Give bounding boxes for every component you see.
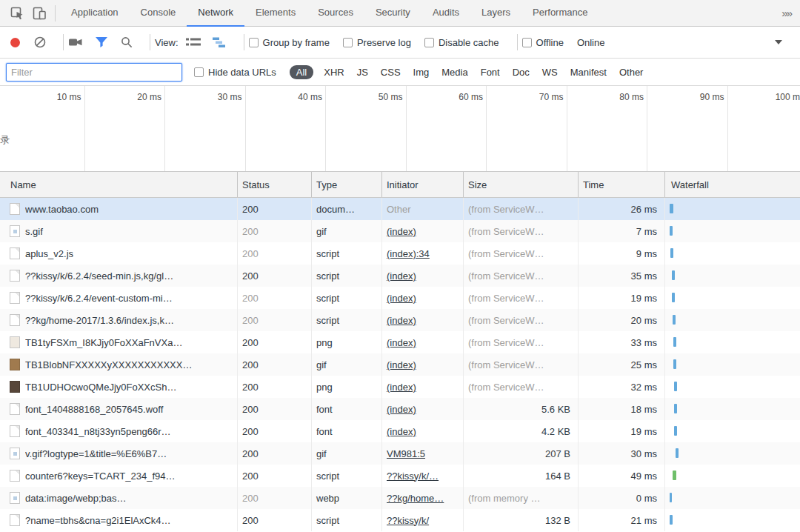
filter-pill-other[interactable]: Other bbox=[619, 67, 644, 78]
request-name: ?name=tbhs&cna=g2i1ElAxCk4… bbox=[25, 515, 237, 526]
request-initiator[interactable]: VM981:5 bbox=[382, 442, 464, 465]
request-name: v.gif?logtype=1&title=%E6%B7… bbox=[25, 448, 237, 459]
request-initiator[interactable]: Other bbox=[382, 198, 464, 220]
filter-pill-img[interactable]: Img bbox=[413, 67, 430, 78]
request-initiator[interactable]: (index) bbox=[382, 353, 464, 376]
request-waterfall bbox=[665, 331, 800, 353]
table-row[interactable]: www.taobao.com 200 docum… Other (from Se… bbox=[0, 198, 800, 220]
table-row[interactable]: TB1tyFSXm_I8KJjy0FoXXaFnVXa… 200 png (in… bbox=[0, 331, 800, 353]
request-initiator[interactable]: (index) bbox=[382, 376, 464, 398]
request-time: 26 ms bbox=[579, 198, 665, 220]
request-time: 49 ms bbox=[579, 465, 665, 487]
column-header-type[interactable]: Type bbox=[312, 172, 382, 197]
request-initiator[interactable]: ??kg/home… bbox=[382, 487, 464, 509]
tab-sources[interactable]: Sources bbox=[307, 0, 364, 27]
timeline-overview[interactable]: 10 ms20 ms30 ms40 ms50 ms60 ms70 ms80 ms… bbox=[0, 86, 800, 172]
request-initiator[interactable]: (index) bbox=[382, 309, 464, 331]
tab-application[interactable]: Application bbox=[60, 0, 130, 27]
table-row[interactable]: ??kg/home-2017/1.3.6/index.js,k… 200 scr… bbox=[0, 309, 800, 331]
column-header-time[interactable]: Time bbox=[579, 172, 665, 197]
waterfall-bar bbox=[670, 204, 673, 213]
table-row[interactable]: data:image/webp;bas… 200 webp ??kg/home…… bbox=[0, 487, 800, 509]
request-initiator[interactable]: (index) bbox=[382, 398, 464, 420]
request-waterfall bbox=[665, 242, 800, 265]
throttling-select[interactable]: Online bbox=[577, 37, 605, 48]
tab-audits[interactable]: Audits bbox=[421, 0, 470, 27]
request-name: font_1404888168_2057645.woff bbox=[25, 404, 237, 415]
tab-elements[interactable]: Elements bbox=[244, 0, 307, 27]
request-initiator[interactable]: (index):34 bbox=[382, 242, 464, 265]
request-initiator[interactable]: ??kissy/k/ bbox=[382, 509, 464, 531]
request-initiator[interactable]: (index) bbox=[382, 420, 464, 442]
more-tabs-button[interactable]: »» bbox=[781, 7, 791, 19]
inspect-element-icon[interactable] bbox=[6, 3, 28, 24]
table-row[interactable]: counter6?keys=TCART_234_f94… 200 script … bbox=[0, 465, 800, 487]
timeline-gridline: 90 ms bbox=[647, 86, 728, 171]
request-time: 19 ms bbox=[579, 287, 665, 309]
filter-pill-all[interactable]: All bbox=[290, 65, 313, 79]
request-waterfall bbox=[665, 220, 800, 242]
table-row[interactable]: font_403341_n8tj33yn5peng66r… 200 font (… bbox=[0, 420, 800, 442]
request-initiator[interactable]: (index) bbox=[382, 287, 464, 309]
preserve-log-checkbox[interactable]: Preserve log bbox=[343, 37, 411, 48]
request-initiator[interactable]: ??kissy/k/… bbox=[382, 465, 464, 487]
column-header-waterfall[interactable]: Waterfall bbox=[665, 172, 800, 197]
timeline-label: 60 ms bbox=[407, 86, 487, 102]
timeline-gridline: 50 ms bbox=[326, 86, 407, 171]
request-initiator[interactable]: (index) bbox=[382, 220, 464, 242]
column-header-status[interactable]: Status bbox=[238, 172, 312, 197]
filter-pill-ws[interactable]: WS bbox=[542, 67, 558, 78]
request-initiator[interactable]: (index) bbox=[382, 265, 464, 287]
request-time: 32 ms bbox=[579, 376, 665, 398]
view-small-rows-icon[interactable] bbox=[186, 37, 201, 47]
tab-network[interactable]: Network bbox=[187, 0, 244, 27]
timeline-label: 80 ms bbox=[567, 86, 647, 102]
search-icon[interactable] bbox=[120, 36, 133, 49]
table-row[interactable]: TB1BlobNFXXXXXyXXXXXXXXXXX… 200 gif (ind… bbox=[0, 353, 800, 376]
request-status: 200 bbox=[238, 465, 312, 487]
device-toolbar-icon[interactable] bbox=[28, 3, 50, 24]
filter-pill-xhr[interactable]: XHR bbox=[324, 67, 344, 78]
table-row[interactable]: font_1404888168_2057645.woff 200 font (i… bbox=[0, 398, 800, 420]
clear-button[interactable] bbox=[33, 36, 47, 49]
table-row[interactable]: ??kissy/k/6.2.4/seed-min.js,kg/gl… 200 s… bbox=[0, 265, 800, 287]
table-row[interactable]: ?name=tbhs&cna=g2i1ElAxCk4… 200 script ?… bbox=[0, 509, 800, 531]
table-row[interactable]: v.gif?logtype=1&title=%E6%B7… 200 gif VM… bbox=[0, 442, 800, 465]
filter-pill-js[interactable]: JS bbox=[357, 67, 368, 78]
filter-pill-font[interactable]: Font bbox=[481, 67, 500, 78]
filter-funnel-icon[interactable] bbox=[95, 36, 108, 48]
offline-checkbox[interactable]: Offline bbox=[522, 37, 564, 48]
group-by-frame-checkbox[interactable]: Group by frame bbox=[249, 37, 330, 48]
filter-pill-css[interactable]: CSS bbox=[381, 67, 401, 78]
tab-layers[interactable]: Layers bbox=[470, 0, 521, 27]
waterfall-bar bbox=[674, 426, 677, 436]
request-initiator[interactable]: (index) bbox=[382, 331, 464, 353]
tab-security[interactable]: Security bbox=[364, 0, 421, 27]
table-row[interactable]: ??kissy/k/6.2.4/event-custom-mi… 200 scr… bbox=[0, 287, 800, 309]
request-size: (from ServiceW… bbox=[464, 331, 579, 353]
request-waterfall bbox=[665, 487, 800, 509]
table-row[interactable]: s.gif 200 gif (index) (from ServiceW… 7 … bbox=[0, 220, 800, 242]
chevron-down-icon[interactable] bbox=[775, 40, 782, 44]
request-status: 200 bbox=[238, 420, 312, 442]
disable-cache-checkbox[interactable]: Disable cache bbox=[424, 37, 499, 48]
filter-pill-media[interactable]: Media bbox=[441, 67, 467, 78]
tab-performance[interactable]: Performance bbox=[521, 0, 599, 27]
tab-console[interactable]: Console bbox=[130, 0, 187, 27]
file-icon bbox=[10, 314, 20, 326]
table-row[interactable]: TB1UDHOcwoQMeJjy0FoXXcSh… 200 png (index… bbox=[0, 376, 800, 398]
record-button[interactable] bbox=[10, 38, 20, 47]
request-name: counter6?keys=TCART_234_f94… bbox=[25, 471, 237, 482]
checkbox-box bbox=[343, 38, 353, 47]
view-waterfall-icon[interactable] bbox=[213, 37, 227, 48]
table-row[interactable]: aplus_v2.js 200 script (index):34 (from … bbox=[0, 242, 800, 265]
filter-input[interactable] bbox=[6, 63, 182, 82]
column-header-size[interactable]: Size bbox=[464, 172, 579, 197]
column-header-name[interactable]: Name bbox=[0, 172, 238, 197]
network-filter-bar: Hide data URLs All XHRJSCSSImgMediaFontD… bbox=[0, 59, 800, 86]
screenshot-capture-icon[interactable] bbox=[68, 36, 83, 48]
filter-pill-manifest[interactable]: Manifest bbox=[570, 67, 607, 78]
column-header-initiator[interactable]: Initiator bbox=[382, 172, 464, 197]
hide-data-urls-checkbox[interactable]: Hide data URLs bbox=[194, 67, 276, 78]
filter-pill-doc[interactable]: Doc bbox=[513, 67, 530, 78]
